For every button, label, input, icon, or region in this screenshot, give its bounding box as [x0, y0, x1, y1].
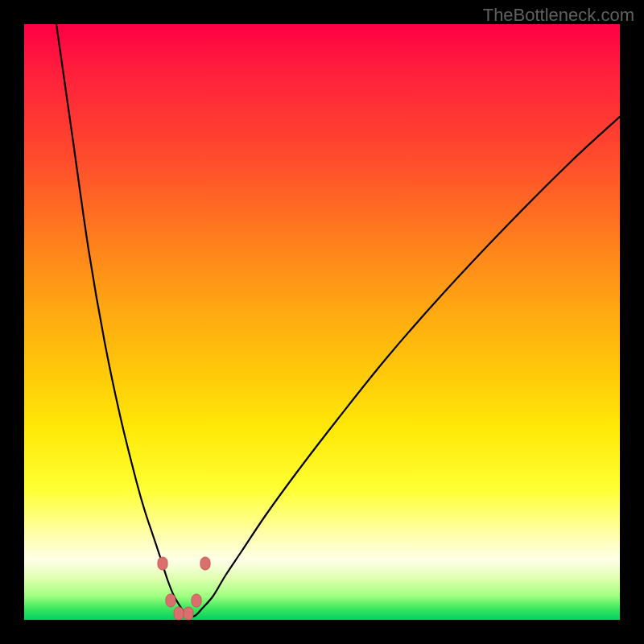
curve-marker	[200, 557, 210, 570]
marker-layer	[158, 557, 210, 620]
curve-marker	[166, 594, 175, 607]
curve-marker	[192, 594, 201, 607]
curve-marker	[158, 557, 167, 570]
curve-marker	[174, 607, 184, 620]
watermark-text: TheBottleneck.com	[483, 5, 634, 26]
curve-marker	[184, 607, 193, 620]
chart-frame: TheBottleneck.com	[0, 0, 644, 644]
curve-layer	[24, 24, 620, 620]
plot-area	[24, 24, 620, 620]
bottleneck-curve	[56, 24, 620, 617]
